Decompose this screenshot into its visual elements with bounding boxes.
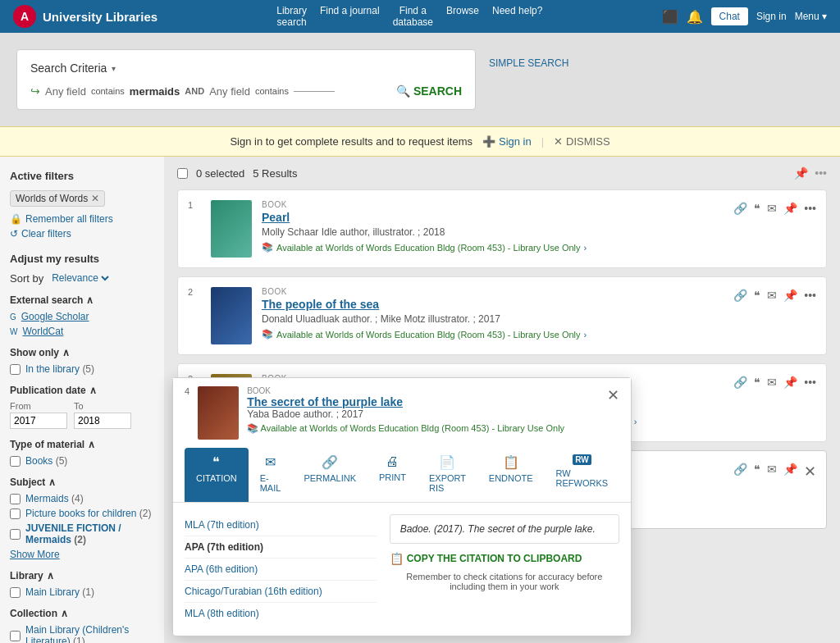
result-title-2[interactable]: The people of the sea xyxy=(262,298,724,311)
picture-books-label[interactable]: Picture books for children (2) xyxy=(25,508,151,519)
tab-permalink[interactable]: 🔗 PERMALINK xyxy=(292,448,368,502)
nav-find-database[interactable]: Find a database xyxy=(393,5,433,29)
format-mla8[interactable]: MLA (8th edition) xyxy=(185,603,377,624)
worldcat-link[interactable]: WorldCat xyxy=(22,326,63,337)
google-scholar-link[interactable]: Google Scholar xyxy=(21,311,89,322)
tab-citation[interactable]: ❝ CITATION xyxy=(185,448,249,502)
dismiss-button[interactable]: ✕ DISMISS xyxy=(554,135,609,148)
result-actions-1: 🔗 ❝ ✉ 📌 ••• xyxy=(733,200,816,258)
signin-banner-link[interactable]: ➕ Sign in xyxy=(482,135,532,148)
tab-print[interactable]: 🖨 PRINT xyxy=(368,448,418,502)
chevron-up-icon: ∧ xyxy=(61,608,68,619)
format-chicago[interactable]: Chicago/Turabian (16th edition) xyxy=(185,581,377,603)
citation-popup-title[interactable]: The secret of the purple lake xyxy=(247,395,599,408)
result-actions-4: 🔗 ❝ ✉ 📌 ✕ xyxy=(733,461,816,518)
library-title[interactable]: Library ∧ xyxy=(10,570,154,581)
refworks-icon: RW xyxy=(573,454,591,465)
format-apa6[interactable]: APA (6th edition) xyxy=(185,559,377,581)
signin-button[interactable]: Sign in xyxy=(756,11,787,22)
show-only-title[interactable]: Show only ∧ xyxy=(10,347,154,358)
pin-icon[interactable]: 📌 xyxy=(783,202,797,215)
in-library-label[interactable]: In the library (5) xyxy=(25,363,94,375)
nav-library-search[interactable]: Library search xyxy=(276,5,307,29)
cite-icon[interactable]: ❝ xyxy=(754,202,760,215)
copy-citation-button[interactable]: 📋 COPY THE CITATION TO CLIPBOARD xyxy=(390,552,582,565)
main-nav: Library search Find a journal Find a dat… xyxy=(171,5,649,29)
in-library-checkbox[interactable] xyxy=(10,364,21,375)
results-count: 5 Results xyxy=(253,167,297,180)
pin-icon[interactable]: 📌 xyxy=(783,376,797,389)
chevron-right-icon: › xyxy=(634,417,637,426)
cite-icon[interactable]: ❝ xyxy=(754,376,760,389)
mermaids-checkbox[interactable] xyxy=(10,494,21,504)
mermaids-label[interactable]: Mermaids (4) xyxy=(25,493,84,504)
logo-icon: A xyxy=(13,5,36,28)
tab-export-ris[interactable]: 📄 EXPORT RIS xyxy=(418,448,477,502)
main-library-label[interactable]: Main Library (1) xyxy=(25,586,94,598)
nav-need-help[interactable]: Need help? xyxy=(492,5,542,29)
search-button[interactable]: 🔍 SEARCH xyxy=(396,84,462,98)
more-icon[interactable]: ••• xyxy=(804,202,816,215)
email-icon[interactable]: ✉ xyxy=(767,463,777,476)
clear-filters-link[interactable]: ↺ Clear filters xyxy=(10,228,154,239)
quote-icon: ❝ xyxy=(212,454,220,470)
link-icon[interactable]: 🔗 xyxy=(733,202,747,215)
pub-date-title[interactable]: Publication date ∧ xyxy=(10,385,154,396)
cite-icon[interactable]: ❝ xyxy=(754,289,760,302)
picture-books-checkbox[interactable] xyxy=(10,508,21,519)
type-title[interactable]: Type of material ∧ xyxy=(10,439,154,450)
external-search-title[interactable]: External search ∧ xyxy=(10,294,154,306)
qr-code-icon[interactable]: ⬛ xyxy=(662,9,678,25)
nav-find-journal[interactable]: Find a journal xyxy=(320,5,380,29)
more-icon[interactable]: ••• xyxy=(804,376,816,389)
chevron-down-icon[interactable]: ▾ xyxy=(112,64,116,73)
pub-date-to-input[interactable] xyxy=(74,413,131,429)
sort-select[interactable]: Relevance Date Title xyxy=(48,271,112,285)
header-actions: ⬛ 🔔 Chat Sign in Menu ▾ xyxy=(662,7,827,25)
bell-icon[interactable]: 🔔 xyxy=(687,9,703,25)
pub-date-from-input[interactable] xyxy=(10,413,67,429)
books-label[interactable]: Books (5) xyxy=(25,455,67,467)
remember-filters-link[interactable]: 🔒 Remember all filters xyxy=(10,213,154,225)
tab-email[interactable]: ✉ E-MAIL xyxy=(249,448,293,502)
juvenile-fiction-checkbox[interactable] xyxy=(10,529,21,540)
collection-title[interactable]: Collection ∧ xyxy=(10,608,154,619)
pin-icon[interactable]: 📌 xyxy=(783,463,797,476)
nav-browse[interactable]: Browse xyxy=(446,5,479,29)
format-apa7[interactable]: APA (7th edition) xyxy=(185,536,377,559)
citation-popup-close-button[interactable]: ✕ xyxy=(607,386,619,404)
result-title-1[interactable]: Pearl xyxy=(262,211,724,224)
citation-popup-author: Yaba Badoe author. ; 2017 xyxy=(247,408,599,420)
simple-search-link[interactable]: SIMPLE SEARCH xyxy=(489,49,568,69)
copy-icon: 📋 xyxy=(390,552,404,565)
email-icon[interactable]: ✉ xyxy=(767,376,777,389)
close-citation-button[interactable]: ✕ xyxy=(804,463,816,481)
books-checkbox[interactable] xyxy=(10,456,21,467)
remove-filter-icon[interactable]: ✕ xyxy=(91,193,99,204)
tab-refworks[interactable]: RW RW REFWORKS xyxy=(545,448,620,502)
juvenile-fiction-label[interactable]: JUVENILE FICTION / Mermaids (2) xyxy=(25,522,154,545)
link-icon[interactable]: 🔗 xyxy=(733,463,747,476)
more-options-icon[interactable]: ••• xyxy=(815,166,827,180)
main-library-children-label[interactable]: Main Library (Children's Literature) (1) xyxy=(25,624,154,643)
pin-icon[interactable]: 📌 xyxy=(794,166,808,180)
link-icon[interactable]: 🔗 xyxy=(733,376,747,389)
main-library-checkbox[interactable] xyxy=(10,587,21,598)
chat-button[interactable]: Chat xyxy=(711,7,748,25)
menu-button[interactable]: Menu ▾ xyxy=(795,11,827,22)
main-library-children-checkbox[interactable] xyxy=(10,631,21,641)
google-scholar-icon: G xyxy=(10,312,16,322)
email-icon[interactable]: ✉ xyxy=(767,289,777,302)
format-mla7[interactable]: MLA (7th edition) xyxy=(185,514,377,536)
link-icon[interactable]: 🔗 xyxy=(733,289,747,302)
pin-icon[interactable]: 📌 xyxy=(783,289,797,302)
select-all-checkbox[interactable] xyxy=(177,168,188,179)
cite-icon[interactable]: ❝ xyxy=(754,463,760,476)
facet-item-books: Books (5) xyxy=(10,455,154,467)
email-icon[interactable]: ✉ xyxy=(767,202,777,215)
tab-endnote[interactable]: 📋 ENDNOTE xyxy=(477,448,545,502)
subject-title[interactable]: Subject ∧ xyxy=(10,477,154,488)
show-more-subject[interactable]: Show More xyxy=(10,549,60,560)
keyword2-blank[interactable] xyxy=(294,91,335,92)
more-icon[interactable]: ••• xyxy=(804,289,816,302)
